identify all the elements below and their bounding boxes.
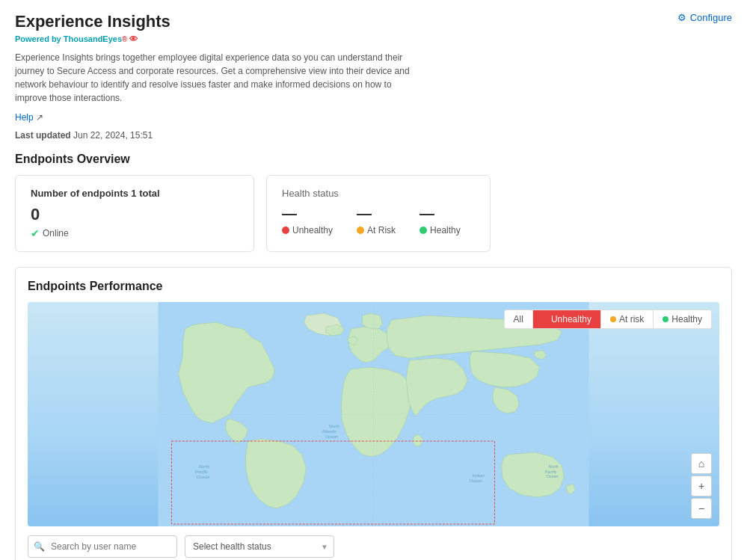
map-filter-atrisk[interactable]: At risk	[600, 310, 653, 328]
map-zoom-in-button[interactable]: +	[691, 476, 712, 496]
map-filter-all[interactable]: All	[505, 310, 532, 328]
map-filter-healthy[interactable]: Healthy	[653, 310, 711, 328]
map-controls: ⌂ + −	[691, 453, 712, 519]
health-status-select[interactable]: Select health status Healthy Unhealthy A…	[185, 535, 334, 558]
svg-text:North: North	[549, 464, 559, 469]
brand-name: ThousandEyes	[64, 34, 122, 43]
endpoints-value: 0	[31, 205, 239, 224]
last-updated: Last updated Jun 22, 2024, 15:51	[15, 130, 732, 141]
search-row: 🔍 Select health status Healthy Unhealthy…	[28, 535, 719, 558]
svg-text:Ocean: Ocean	[469, 479, 482, 483]
unhealthy-label: Unhealthy	[282, 225, 333, 236]
svg-text:Indian: Indian	[473, 473, 485, 478]
svg-text:North: North	[329, 424, 340, 428]
healthy-legend-dot	[663, 316, 668, 322]
svg-text:North: North	[199, 464, 210, 469]
green-dot	[419, 227, 427, 234]
endpoints-sub: ✔ Online	[31, 227, 239, 239]
map-filter-unhealthy[interactable]: Unhealthy	[532, 310, 600, 328]
page-title: Experience Insights	[15, 12, 170, 31]
atrisk-label: At Risk	[357, 225, 396, 236]
powered-by: Powered by ThousandEyes® 👁	[15, 34, 732, 43]
svg-text:Pacific: Pacific	[545, 470, 557, 474]
endpoints-card-title: Number of endpoints 1 total	[31, 188, 239, 199]
map-container: North Pacific Ocean North Atlantic Ocean…	[28, 302, 719, 526]
endpoints-overview-title: Endpoints Overview	[15, 153, 732, 166]
page-container: Experience Insights ⚙ Configure Powered …	[0, 0, 747, 560]
description-text: Experience Insights brings together empl…	[15, 51, 419, 105]
help-link[interactable]: Help	[15, 112, 34, 123]
map-filters: All Unhealthy At risk Healthy	[504, 310, 712, 329]
svg-text:Pacific: Pacific	[195, 470, 209, 474]
unhealthy-value: —	[282, 205, 333, 222]
health-card: Health status — Unhealthy — At Risk	[266, 175, 491, 252]
healthy-label: Healthy	[419, 225, 461, 236]
svg-text:Ocean: Ocean	[197, 475, 210, 479]
atrisk-item: — At Risk	[357, 205, 396, 236]
svg-text:Ocean: Ocean	[547, 474, 559, 479]
performance-section: Endpoints Performance	[15, 267, 732, 560]
performance-title: Endpoints Performance	[28, 280, 719, 293]
health-items: — Unhealthy — At Risk —	[282, 205, 475, 236]
configure-button[interactable]: ⚙ Configure	[677, 12, 732, 23]
search-wrapper: 🔍	[28, 535, 177, 558]
online-icon: ✔	[31, 227, 40, 239]
world-map-svg: North Pacific Ocean North Atlantic Ocean…	[28, 302, 719, 526]
help-text: Help ↗	[15, 111, 419, 124]
health-card-title: Health status	[282, 188, 475, 199]
header: Experience Insights ⚙ Configure	[15, 12, 732, 31]
search-icon: 🔍	[34, 541, 45, 552]
health-select-wrapper: Select health status Healthy Unhealthy A…	[185, 535, 334, 558]
unhealthy-legend-dot	[542, 316, 548, 322]
gear-icon: ⚙	[677, 12, 686, 23]
svg-text:Ocean: Ocean	[325, 434, 339, 439]
map-home-button[interactable]: ⌂	[691, 453, 712, 474]
overview-cards: Number of endpoints 1 total 0 ✔ Online H…	[15, 175, 732, 252]
atrisk-value: —	[357, 205, 396, 222]
svg-text:Atlantic: Atlantic	[322, 429, 337, 434]
brand-icon: ®	[122, 35, 127, 43]
healthy-value: —	[419, 205, 461, 222]
eye-icon: 👁	[129, 34, 138, 43]
search-input[interactable]	[28, 535, 177, 558]
map-zoom-out-button[interactable]: −	[691, 498, 712, 519]
atrisk-legend-dot	[610, 316, 616, 322]
endpoints-card: Number of endpoints 1 total 0 ✔ Online	[15, 175, 254, 252]
orange-dot	[357, 227, 364, 234]
healthy-item: — Healthy	[419, 205, 461, 236]
external-link-icon: ↗	[36, 112, 43, 123]
unhealthy-item: — Unhealthy	[282, 205, 333, 236]
red-dot	[282, 227, 289, 234]
